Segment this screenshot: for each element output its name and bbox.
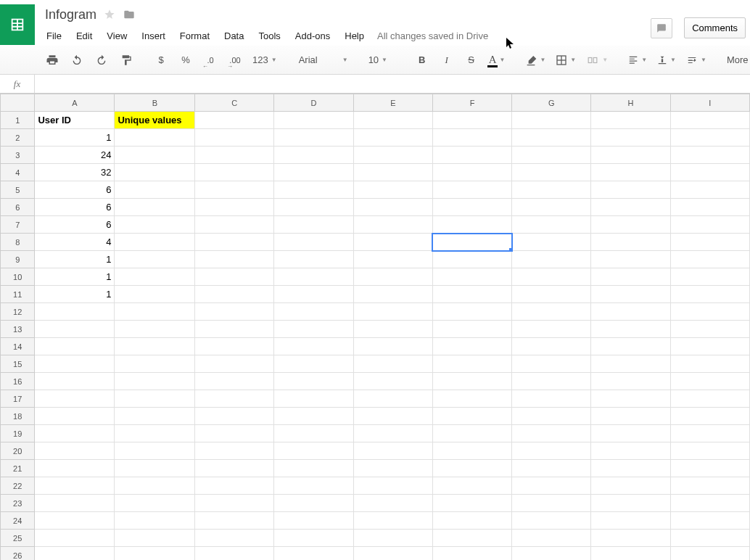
cell-B9[interactable] [115,251,195,268]
row-header-2[interactable]: 2 [1,129,35,147]
row-header-7[interactable]: 7 [1,216,35,234]
cell-C26[interactable] [195,547,274,561]
cell-I26[interactable] [670,547,749,561]
text-color-dropdown[interactable]: A▼ [489,54,506,66]
cell-G19[interactable] [512,425,591,442]
cell-H4[interactable] [591,164,670,181]
cell-B17[interactable] [115,390,195,408]
cell-B12[interactable] [115,303,195,321]
cell-E22[interactable] [353,477,432,495]
cell-H3[interactable] [591,147,670,164]
cell-C6[interactable] [195,199,274,216]
cell-B6[interactable] [115,199,195,216]
row-header-10[interactable]: 10 [1,268,35,286]
cell-H14[interactable] [591,338,670,355]
cell-B24[interactable] [115,512,195,530]
strikethrough-button[interactable]: S [464,52,479,69]
cell-F10[interactable] [432,268,511,286]
menu-insert[interactable]: Insert [140,29,167,43]
text-wrap-dropdown[interactable]: ▼ [686,55,706,65]
cell-I10[interactable] [670,268,749,286]
menu-addons[interactable]: Add-ons [294,29,331,43]
cell-C24[interactable] [195,512,274,530]
cell-E2[interactable] [353,129,432,147]
cell-C1[interactable] [195,112,274,129]
paint-format-icon[interactable] [119,52,133,69]
row-header-9[interactable]: 9 [1,251,35,268]
cell-E19[interactable] [353,425,432,442]
cell-I19[interactable] [670,425,749,442]
cell-E24[interactable] [353,512,432,530]
cell-I23[interactable] [670,495,749,512]
cell-B15[interactable] [115,355,195,373]
cell-E3[interactable] [353,147,432,164]
row-header-20[interactable]: 20 [1,442,35,460]
cell-D23[interactable] [274,495,353,512]
cell-G25[interactable] [512,530,591,547]
col-header-F[interactable]: F [432,94,511,112]
cell-I24[interactable] [670,512,749,530]
cell-F9[interactable] [432,251,511,268]
cell-E17[interactable] [353,390,432,408]
cell-C19[interactable] [195,425,274,442]
cell-D14[interactable] [274,338,353,355]
cell-F16[interactable] [432,373,511,390]
cell-C22[interactable] [195,477,274,495]
sheets-logo[interactable] [0,4,35,45]
increase-decimal-button[interactable]: .00→ [228,52,242,69]
cell-I18[interactable] [670,408,749,425]
cell-I15[interactable] [670,355,749,373]
cell-H18[interactable] [591,408,670,425]
cell-F7[interactable] [432,216,511,234]
cell-B4[interactable] [115,164,195,181]
folder-icon[interactable] [123,9,136,20]
cell-E16[interactable] [353,373,432,390]
cell-H22[interactable] [591,477,670,495]
number-format-dropdown[interactable]: 123▼ [252,54,277,65]
cell-E11[interactable] [353,286,432,303]
cell-F24[interactable] [432,512,511,530]
cell-C15[interactable] [195,355,274,373]
cell-D13[interactable] [274,321,353,338]
row-header-15[interactable]: 15 [1,355,35,373]
cell-A5[interactable]: 6 [35,181,115,199]
cell-G3[interactable] [512,147,591,164]
cell-C4[interactable] [195,164,274,181]
cell-A22[interactable] [35,477,115,495]
currency-button[interactable]: $ [154,52,168,69]
cell-I17[interactable] [670,390,749,408]
cell-B13[interactable] [115,321,195,338]
cell-C3[interactable] [195,147,274,164]
cell-F22[interactable] [432,477,511,495]
cell-H20[interactable] [591,442,670,460]
cell-D1[interactable] [274,112,353,129]
cell-I25[interactable] [670,530,749,547]
cell-F12[interactable] [432,303,511,321]
cell-A20[interactable] [35,442,115,460]
menu-file[interactable]: File [45,29,63,43]
cell-E26[interactable] [353,547,432,561]
cell-I20[interactable] [670,442,749,460]
cell-F18[interactable] [432,408,511,425]
cell-I14[interactable] [670,338,749,355]
cell-D11[interactable] [274,286,353,303]
cell-H11[interactable] [591,286,670,303]
col-header-B[interactable]: B [115,94,195,112]
row-header-22[interactable]: 22 [1,477,35,495]
cell-C7[interactable] [195,216,274,234]
cell-G20[interactable] [512,442,591,460]
row-header-17[interactable]: 17 [1,390,35,408]
row-header-19[interactable]: 19 [1,425,35,442]
cell-C20[interactable] [195,442,274,460]
cell-F8[interactable] [432,234,511,251]
print-icon[interactable] [45,52,59,69]
menu-help[interactable]: Help [343,29,366,43]
cell-F25[interactable] [432,530,511,547]
col-header-I[interactable]: I [670,94,749,112]
cell-A13[interactable] [35,321,115,338]
cell-C12[interactable] [195,303,274,321]
cell-E10[interactable] [353,268,432,286]
cell-E21[interactable] [353,460,432,477]
cell-B19[interactable] [115,425,195,442]
row-header-24[interactable]: 24 [1,512,35,530]
